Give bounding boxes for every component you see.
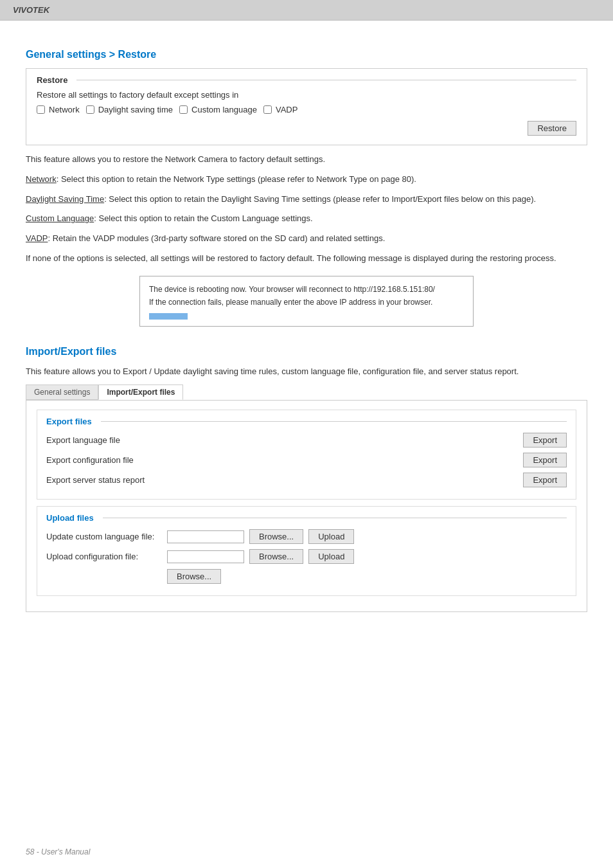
vadp-underline: VADP (26, 233, 48, 243)
daylight-checkbox[interactable] (86, 105, 94, 114)
upload-config-label: Upload configuration file: (46, 552, 162, 561)
restore-button[interactable]: Restore (528, 121, 576, 136)
tab-panel-content: Export files Export language file Export… (26, 400, 587, 612)
upload-language-label: Update custom language file: (46, 532, 162, 541)
reboot-progress-bar (149, 313, 188, 320)
upload-files-title: Upload files (46, 513, 94, 523)
daylight-label: Daylight saving time (98, 105, 173, 114)
tab-bar: General settings Import/Export files (26, 384, 587, 400)
footer-text: 58 - User's Manual (26, 847, 90, 856)
restore-btn-row: Restore (37, 121, 576, 136)
restore-section: General settings > Restore Restore Resto… (26, 49, 587, 145)
body-para-4: Custom Language: Select this option to r… (26, 212, 587, 226)
restore-legend-text: Restore (37, 75, 67, 85)
upload-language-row: Update custom language file: Browse... U… (46, 529, 567, 544)
vadp-label: VADP (276, 105, 298, 114)
body-para-3: Daylight Saving Time: Select this option… (26, 193, 587, 206)
upload-config-input[interactable] (167, 550, 244, 563)
export-language-label: Export language file (46, 435, 120, 445)
vadp-checkbox[interactable] (263, 105, 272, 114)
tab-import-export-files[interactable]: Import/Export files (98, 384, 183, 400)
import-export-section: Import/Export files This feature allows … (26, 346, 587, 613)
export-language-btn[interactable]: Export (523, 433, 567, 448)
upload-language-input[interactable] (167, 530, 244, 543)
restore-panel-legend: Restore (37, 75, 576, 85)
reboot-line2: If the connection fails, please manually… (149, 296, 464, 309)
network-underline: Network (26, 174, 57, 184)
import-export-body: This feature allows you to Export / Upda… (26, 365, 587, 379)
checkbox-row: Network Daylight saving time Custom lang… (37, 105, 576, 114)
restore-section-title: General settings > Restore (26, 49, 587, 60)
reboot-line1: The device is rebooting now. Your browse… (149, 283, 464, 296)
upload-extra-browse-btn[interactable]: Browse... (167, 569, 221, 584)
upload-language-browse-btn[interactable]: Browse... (249, 529, 303, 544)
main-content: General settings > Restore Restore Resto… (0, 21, 613, 638)
export-language-row: Export language file Export (46, 433, 567, 448)
page-wrapper: VIVOTEK General settings > Restore Resto… (0, 0, 613, 868)
upload-language-upload-btn[interactable]: Upload (308, 529, 354, 544)
export-config-row: Export configuration file Export (46, 453, 567, 467)
body-para-6: If none of the options is selected, all … (26, 252, 587, 266)
upload-config-row: Upload configuration file: Browse... Upl… (46, 549, 567, 564)
restore-panel: Restore Restore all settings to factory … (26, 68, 587, 145)
brand-logo: VIVOTEK (13, 5, 49, 15)
export-config-label: Export configuration file (46, 455, 134, 465)
upload-config-upload-btn[interactable]: Upload (308, 549, 354, 564)
export-files-panel: Export files Export language file Export… (37, 410, 576, 500)
export-status-btn[interactable]: Export (523, 473, 567, 487)
tab-general-settings[interactable]: General settings (26, 384, 98, 400)
custom-lang-underline: Custom Language (26, 213, 94, 223)
restore-desc: Restore all settings to factory default … (37, 90, 576, 100)
daylight-underline: Daylight Saving Time (26, 194, 104, 204)
upload-files-label: Upload files (46, 513, 567, 523)
export-files-title: Export files (46, 417, 92, 426)
export-files-label: Export files (46, 417, 567, 426)
network-checkbox[interactable] (37, 105, 45, 114)
upload-files-panel: Upload files Update custom language file… (37, 506, 576, 596)
export-status-row: Export server status report Export (46, 473, 567, 487)
custom-lang-label: Custom language (191, 105, 257, 114)
export-status-label: Export server status report (46, 475, 145, 485)
network-label: Network (49, 105, 80, 114)
reboot-message-box: The device is rebooting now. Your browse… (139, 276, 474, 327)
upload-extra-row: Browse... (46, 569, 567, 584)
body-para-1: This feature allows you to restore the N… (26, 153, 587, 167)
body-para-5: VADP: Retain the VADP modules (3rd-party… (26, 232, 587, 246)
custom-lang-checkbox[interactable] (179, 105, 188, 114)
body-para-2: Network: Select this option to retain th… (26, 173, 587, 186)
export-config-btn[interactable]: Export (523, 453, 567, 467)
upload-config-browse-btn[interactable]: Browse... (249, 549, 303, 564)
top-bar: VIVOTEK (0, 0, 613, 21)
import-export-title: Import/Export files (26, 346, 587, 357)
